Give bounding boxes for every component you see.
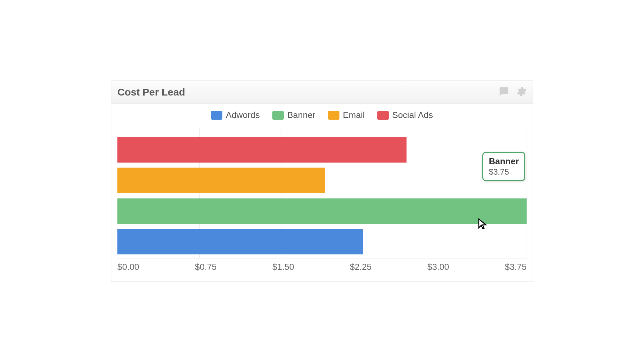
bar-adwords[interactable] <box>117 229 363 254</box>
panel-body: Adwords Banner Email Social Ads Ban <box>111 104 533 282</box>
gridline <box>527 128 527 258</box>
comment-icon[interactable] <box>498 86 509 99</box>
tooltip-title: Banner <box>489 156 519 167</box>
legend-item-banner[interactable]: Banner <box>272 110 315 120</box>
chart-panel: Cost Per Lead Adwords Banner Email <box>111 80 533 282</box>
bar-email[interactable] <box>117 168 325 193</box>
bars <box>117 137 527 254</box>
legend-label: Adwords <box>226 110 260 120</box>
x-tick-label: $3.75 <box>505 262 527 272</box>
bar-row <box>117 198 527 224</box>
x-tick-label: $2.25 <box>350 262 372 272</box>
gear-icon[interactable] <box>515 86 527 99</box>
bar-social-ads[interactable] <box>117 137 407 163</box>
panel-header: Cost Per Lead <box>111 80 533 104</box>
bar-banner[interactable] <box>117 198 527 224</box>
tooltip-value: $3.75 <box>489 167 519 177</box>
legend-swatch <box>377 111 389 120</box>
x-axis-line <box>117 258 527 258</box>
panel-actions <box>498 86 527 99</box>
x-tick-label: $0.00 <box>117 262 139 272</box>
x-tick-label: $1.50 <box>272 262 294 272</box>
legend-label: Social Ads <box>392 110 433 120</box>
legend-swatch <box>211 111 222 120</box>
legend-swatch <box>272 111 284 120</box>
legend-swatch <box>328 111 339 120</box>
plot-area: Banner $3.75 $0.00$0.75$1.50$2.25$3.00$3… <box>117 128 527 272</box>
legend-item-social-ads[interactable]: Social Ads <box>377 110 433 120</box>
cursor-icon <box>478 218 488 230</box>
bar-row <box>117 137 527 163</box>
legend-item-email[interactable]: Email <box>328 110 365 120</box>
legend-label: Banner <box>287 110 315 120</box>
legend-label: Email <box>343 110 365 120</box>
plot[interactable]: Banner $3.75 <box>117 128 527 258</box>
tooltip: Banner $3.75 <box>482 152 525 181</box>
x-axis-ticks: $0.00$0.75$1.50$2.25$3.00$3.75 <box>117 262 527 272</box>
x-tick-label: $3.00 <box>427 262 449 272</box>
panel-title: Cost Per Lead <box>117 86 498 98</box>
legend-item-adwords[interactable]: Adwords <box>211 110 260 120</box>
chart-legend: Adwords Banner Email Social Ads <box>117 110 527 120</box>
x-tick-label: $0.75 <box>195 262 217 272</box>
bar-row <box>117 229 527 254</box>
bar-row <box>117 168 527 193</box>
